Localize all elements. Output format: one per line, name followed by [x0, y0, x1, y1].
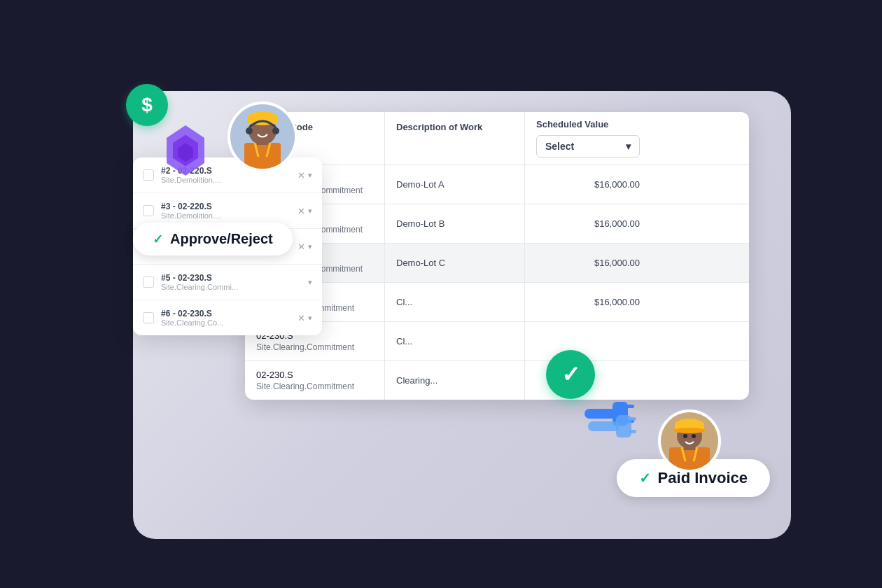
svg-point-10: [272, 127, 279, 134]
cell-description: Demo-Lot A: [385, 165, 525, 204]
select-chevron-icon: ▾: [626, 141, 631, 152]
electric-plugin-icon: [581, 389, 637, 448]
close-icon[interactable]: ✕: [298, 241, 305, 252]
list-item-actions: ✕ ▾: [298, 170, 312, 181]
cell-description: Demo-Lot C: [385, 244, 525, 282]
close-icon[interactable]: ✕: [298, 206, 305, 216]
list-checkbox[interactable]: [143, 312, 154, 323]
svg-rect-18: [616, 415, 631, 438]
list-item-actions: ✕ ▾: [298, 241, 312, 252]
cell-value: $16,000.00: [525, 244, 651, 282]
chevron-down-icon[interactable]: ▾: [308, 314, 312, 323]
chevron-down-icon[interactable]: ▾: [308, 206, 312, 216]
list-item[interactable]: #5 - 02-230.S Site.Clearing.Commi... ▾: [133, 265, 322, 300]
list-checkbox[interactable]: [143, 169, 154, 181]
close-icon[interactable]: ✕: [298, 170, 305, 181]
scheduled-value-select[interactable]: Select ▾: [536, 135, 640, 158]
list-item-actions: ▾: [308, 278, 312, 287]
svg-rect-22: [669, 447, 710, 470]
svg-rect-19: [629, 417, 636, 421]
svg-rect-17: [588, 421, 620, 431]
col-scheduled-value: Scheduled Value Select ▾: [525, 112, 651, 164]
approve-reject-label: Approve/Reject: [170, 231, 273, 247]
chevron-down-icon[interactable]: ▾: [308, 278, 312, 287]
list-checkbox[interactable]: [143, 205, 154, 216]
svg-rect-13: [584, 409, 616, 419]
avatar-worker-1: [227, 102, 298, 172]
chevron-down-icon[interactable]: ▾: [308, 242, 312, 251]
close-icon[interactable]: ✕: [298, 313, 305, 323]
cell-value: $16,000.00: [525, 283, 651, 321]
list-item-actions: ✕ ▾: [298, 206, 312, 216]
col-description: Description of Work: [385, 112, 525, 164]
paid-check-icon: ✓: [639, 470, 651, 486]
svg-point-28: [683, 434, 687, 438]
svg-point-29: [692, 434, 696, 438]
svg-rect-4: [244, 143, 281, 169]
approve-reject-badge[interactable]: ✓ Approve/Reject: [133, 223, 293, 255]
cell-value: $16,000.00: [525, 204, 651, 243]
cell-description: Demo-Lot B: [385, 204, 525, 243]
app-logo: [154, 119, 217, 182]
scene: $: [91, 49, 791, 539]
cell-description: Cl...: [385, 283, 525, 321]
svg-rect-15: [626, 405, 634, 408]
dollar-icon: $: [126, 84, 168, 126]
list-item-text: #5 - 02-230.S Site.Clearing.Commi...: [161, 273, 301, 291]
table-header: Budget Code Description of Work Schedule…: [245, 112, 749, 165]
cell-budget-code: 02-230.S Site.Clearing.Commitment: [245, 361, 385, 400]
cell-description: Cl...: [385, 322, 525, 360]
list-checkbox[interactable]: [143, 276, 154, 288]
list-item-text: #6 - 02-230.S Site.Clearing.Co...: [161, 309, 290, 327]
cell-description: Clearing...: [385, 361, 525, 400]
paid-invoice-label: Paid Invoice: [658, 469, 748, 487]
chevron-down-icon[interactable]: ▾: [308, 171, 312, 180]
svg-rect-20: [629, 430, 636, 433]
check-circle-icon: ✓: [546, 350, 595, 399]
list-item[interactable]: #6 - 02-230.S Site.Clearing.Co... ✕ ▾: [133, 300, 322, 335]
svg-point-9: [246, 127, 253, 134]
list-item-text: #3 - 02-220.S Site.Demolition....: [161, 202, 290, 220]
cell-value: [525, 322, 651, 360]
approve-check-icon: ✓: [153, 232, 163, 247]
avatar-worker-2: [658, 410, 721, 472]
list-item-actions: ✕ ▾: [298, 313, 312, 323]
cell-value: $16,000.00: [525, 165, 651, 204]
table-row: 02-230.S Site.Clearing.Commitment Cleari…: [245, 361, 749, 400]
svg-point-27: [673, 428, 706, 433]
